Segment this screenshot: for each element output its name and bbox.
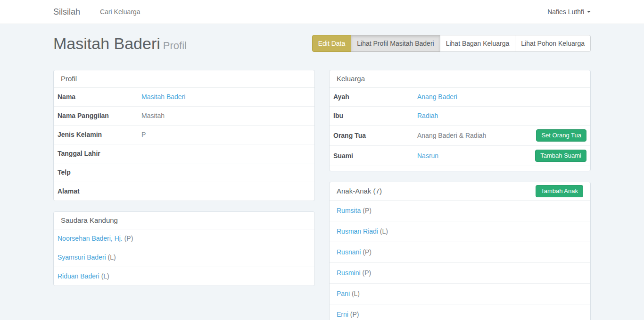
person-link[interactable]: Riduan Baderi bbox=[58, 272, 99, 280]
keluarga-panel: Keluarga Ayah Anang Baderi Ibu Radiah Or… bbox=[329, 70, 591, 171]
person-link[interactable]: Rusman Riadi bbox=[337, 227, 378, 235]
page-subtitle: Profil bbox=[163, 40, 187, 51]
field-label: Jenis Kelamin bbox=[58, 130, 141, 139]
chevron-down-icon bbox=[587, 11, 591, 13]
gender-tag: (L) bbox=[101, 272, 109, 280]
gender-tag: (P) bbox=[363, 248, 372, 256]
field-value: Masitah bbox=[141, 111, 165, 120]
right-column: Keluarga Ayah Anang Baderi Ibu Radiah Or… bbox=[322, 70, 598, 320]
set-orang-tua-button[interactable]: Set Orang Tua bbox=[536, 129, 586, 142]
anak-panel-title: Anak-Anak (7) bbox=[337, 187, 382, 195]
saudara-panel-title: Saudara Kandung bbox=[54, 212, 314, 229]
sibling-row: Riduan Baderi (L) bbox=[54, 267, 314, 286]
view-family-chart-button[interactable]: Lihat Bagan Keluarga bbox=[440, 35, 516, 52]
keluarga-panel-title: Keluarga bbox=[330, 70, 590, 88]
child-row: Rumsita (P) bbox=[330, 201, 590, 221]
brand-link[interactable]: Silsilah bbox=[53, 7, 80, 17]
gender-tag: (P) bbox=[124, 235, 133, 242]
child-row: Erni (P) bbox=[330, 304, 590, 320]
keluarga-row-suami: Suami Nasrun Tambah Suami bbox=[330, 146, 590, 166]
field-label: Nama Panggilan bbox=[58, 111, 141, 120]
view-profile-button[interactable]: Lihat Profil Masitah Baderi bbox=[351, 35, 440, 52]
nav-item-cari-keluarga[interactable]: Cari Keluarga bbox=[100, 8, 140, 16]
person-link[interactable]: Rusmini bbox=[337, 269, 361, 277]
person-link[interactable]: Radiah bbox=[417, 112, 438, 119]
profil-row-nama-panggilan: Nama Panggilan Masitah bbox=[54, 107, 314, 126]
keluarga-row-orang-tua: Orang Tua Anang Baderi & Radiah Set Oran… bbox=[330, 126, 590, 146]
page-title: Masitah BaderiProfil bbox=[53, 35, 187, 54]
page-header: Masitah BaderiProfil Edit Data Lihat Pro… bbox=[53, 35, 591, 52]
profil-row-tanggal-lahir: Tanggal Lahir bbox=[54, 144, 314, 163]
person-link[interactable]: Pani bbox=[337, 290, 350, 297]
keluarga-row-ayah: Ayah Anang Baderi bbox=[330, 88, 590, 107]
anak-panel-header: Anak-Anak (7) Tambah Anak bbox=[330, 182, 590, 201]
field-label: Nama bbox=[58, 93, 141, 101]
gender-tag: (L) bbox=[352, 290, 360, 297]
profil-row-alamat: Alamat bbox=[54, 182, 314, 201]
field-label: Tanggal Lahir bbox=[58, 149, 141, 158]
person-link[interactable]: Noorsehan Baderi, Hj. bbox=[58, 235, 123, 242]
sibling-row: Noorsehan Baderi, Hj. (P) bbox=[54, 229, 314, 248]
anak-anak-panel: Anak-Anak (7) Tambah Anak Rumsita (P) Ru… bbox=[329, 182, 591, 320]
tambah-suami-button[interactable]: Tambah Suami bbox=[535, 150, 586, 162]
profil-panel: Profil Nama Masitah Baderi Nama Panggila… bbox=[53, 70, 315, 201]
person-link[interactable]: Syamsuri Baderi bbox=[58, 253, 106, 261]
person-name-heading: Masitah Baderi bbox=[53, 34, 160, 52]
child-row: Rusnani (P) bbox=[330, 242, 590, 263]
tambah-anak-button[interactable]: Tambah Anak bbox=[536, 185, 583, 197]
profil-row-nama: Nama Masitah Baderi bbox=[54, 88, 314, 107]
field-value: P bbox=[141, 130, 146, 139]
child-row: Pani (L) bbox=[330, 284, 590, 304]
person-link[interactable]: Erni bbox=[337, 311, 348, 318]
user-name: Nafies Luthfi bbox=[547, 8, 584, 16]
child-row: Rusmini (P) bbox=[330, 263, 590, 284]
gender-tag: (P) bbox=[363, 207, 372, 214]
left-column: Profil Nama Masitah Baderi Nama Panggila… bbox=[46, 70, 322, 320]
gender-tag: (P) bbox=[362, 269, 371, 277]
top-navbar: Silsilah Cari Keluarga Nafies Luthfi bbox=[0, 0, 644, 24]
child-row: Rusman Riadi (L) bbox=[330, 221, 590, 242]
person-link[interactable]: Anang Baderi bbox=[417, 93, 457, 101]
sibling-row: Syamsuri Baderi (L) bbox=[54, 248, 314, 267]
person-link[interactable]: Rusnani bbox=[337, 248, 361, 256]
field-label: Telp bbox=[58, 168, 141, 177]
profil-row-jenis-kelamin: Jenis Kelamin P bbox=[54, 126, 314, 144]
field-value: Anang Baderi & Radiah bbox=[417, 131, 486, 140]
field-label: Orang Tua bbox=[333, 131, 417, 140]
gender-tag: (P) bbox=[350, 311, 359, 318]
field-label: Alamat bbox=[58, 187, 141, 196]
gender-tag: (L) bbox=[380, 227, 388, 235]
user-menu-dropdown[interactable]: Nafies Luthfi bbox=[547, 8, 591, 16]
field-label: Suami bbox=[333, 152, 417, 160]
person-link[interactable]: Masitah Baderi bbox=[141, 93, 185, 101]
field-label: Ayah bbox=[333, 93, 417, 101]
saudara-kandung-panel: Saudara Kandung Noorsehan Baderi, Hj. (P… bbox=[53, 211, 315, 286]
view-family-tree-button[interactable]: Lihat Pohon Keluarga bbox=[515, 35, 591, 52]
keluarga-row-ibu: Ibu Radiah bbox=[330, 107, 590, 126]
field-label: Ibu bbox=[333, 111, 417, 120]
profil-row-telp: Telp bbox=[54, 163, 314, 182]
profile-action-button-group: Edit Data Lihat Profil Masitah Baderi Li… bbox=[312, 35, 591, 52]
person-link[interactable]: Nasrun bbox=[417, 152, 438, 160]
profil-panel-title: Profil bbox=[54, 70, 314, 88]
person-link[interactable]: Rumsita bbox=[337, 207, 361, 214]
edit-data-button[interactable]: Edit Data bbox=[312, 35, 352, 52]
gender-tag: (L) bbox=[108, 253, 116, 261]
